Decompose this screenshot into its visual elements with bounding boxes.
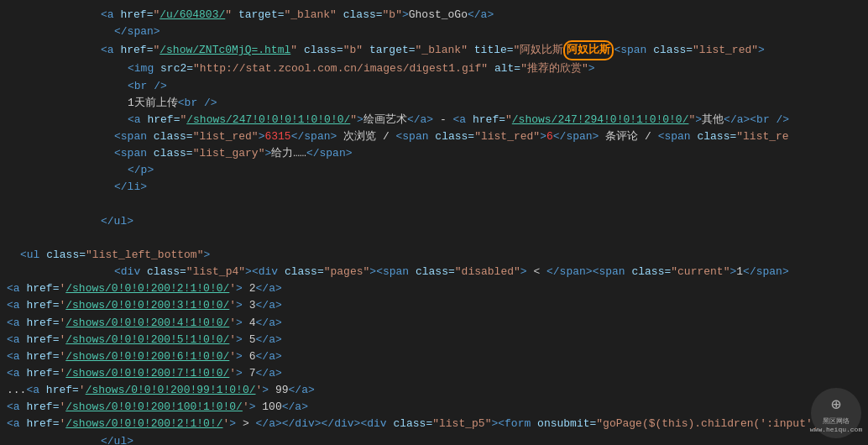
code-line-4: <img src2="http://stat.zcool.com.cn/imag… — [0, 60, 868, 77]
code-line-3: <a href="/show/ZNTc0MjQ=.html" class="b"… — [0, 40, 868, 60]
code-line-17: <a href='/shows/0!0!0!200!4!1!0!0/'> 4</… — [0, 315, 868, 332]
code-display: <a href="/u/604803/" target="_blank" cla… — [0, 0, 868, 445]
code-line-18: <a href='/shows/0!0!0!200!5!1!0!0/'> 5</… — [0, 332, 868, 348]
code-line-12: </ul> — [0, 213, 868, 230]
code-line-13: <ul class="list_left_bottom"> — [0, 247, 868, 264]
code-line-19: <a href='/shows/0!0!0!200!6!1!0!0/'> 6</… — [0, 348, 868, 365]
code-line-8: <span class="list_red">6315</span> 次浏览 /… — [0, 128, 868, 145]
code-line-23: <a href='/shows/0!0!0!200!2!1!0!/'> > </… — [0, 416, 868, 432]
code-line-9: <span class="list_gary">给力……</span> — [0, 145, 868, 162]
code-line-1: <a href="/u/604803/" target="_blank" cla… — [0, 7, 868, 24]
code-line-empty2 — [0, 230, 868, 247]
code-line-24: </ul> — [0, 433, 868, 445]
code-line-21: ...<a href='/shows/0!0!0!200!99!1!0!0/'>… — [0, 382, 868, 399]
code-line-15: <a href='/shows/0!0!0!200!2!1!0!0/'> 2</… — [0, 280, 868, 297]
code-line-20: <a href='/shows/0!0!0!200!7!1!0!0/'> 7</… — [0, 365, 868, 382]
code-line-16: <a href='/shows/0!0!0!200!3!1!0!0/'> 3</… — [0, 297, 868, 314]
code-line-22: <a href='/shows/0!0!0!200!100!1!0!0/'> 1… — [0, 399, 868, 416]
logo-text: 黑区网络 — [823, 416, 850, 426]
logo-icon: ⊕ — [831, 394, 841, 415]
code-line-14: <div class="list_p4"><div class="pages">… — [0, 264, 868, 280]
code-line-2: </span> — [0, 24, 868, 40]
code-line-empty1 — [0, 196, 868, 213]
code-line-7: <a href="/shows/247!0!0!0!1!0!0!0/">绘画艺术… — [0, 112, 868, 128]
code-line-6: 1天前上传<br /> — [0, 95, 868, 112]
code-line-11: </li> — [0, 179, 868, 196]
highlight-anubis: 阿奴比斯 — [563, 40, 614, 60]
watermark-logo: ⊕ 黑区网络 www.heiqu.com — [811, 388, 861, 438]
code-line-10: </p> — [0, 162, 868, 179]
code-line-5: <br /> — [0, 78, 868, 95]
logo-url: www.heiqu.com — [810, 426, 862, 433]
